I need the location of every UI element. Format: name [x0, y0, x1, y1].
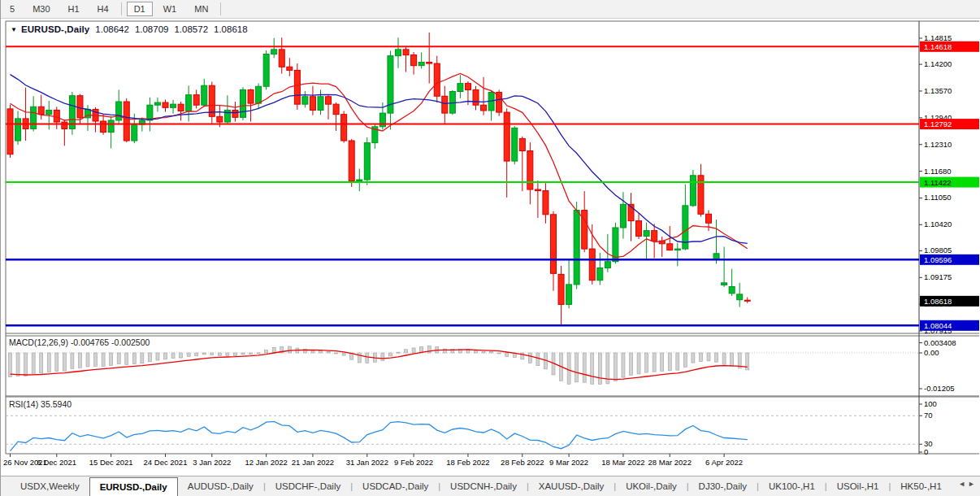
svg-text:1.09805: 1.09805	[924, 246, 952, 255]
symbol-tab-dj30[interactable]: DJ30-,Daily	[689, 476, 757, 496]
svg-text:0.00: 0.00	[924, 348, 939, 357]
svg-text:1.14618: 1.14618	[924, 42, 952, 51]
timeframe-button-h4[interactable]: H4	[90, 2, 116, 16]
level-badge-1.08044: 1.08044	[920, 320, 979, 331]
svg-text:1.14815: 1.14815	[924, 33, 952, 42]
svg-text:1.12310: 1.12310	[924, 140, 952, 149]
symbol-tab-usdcad[interactable]: USDCAD-,Daily	[353, 476, 438, 496]
level-badge-1.14618: 1.14618	[920, 41, 979, 52]
svg-text:18 Feb 2022: 18 Feb 2022	[446, 458, 489, 467]
svg-text:3 Jan 2022: 3 Jan 2022	[193, 458, 231, 467]
svg-text:1.13570: 1.13570	[924, 86, 952, 95]
svg-text:1.09175: 1.09175	[924, 272, 952, 281]
symbol-tab-xauusd[interactable]: XAUUSD-,Daily	[529, 476, 614, 496]
price-chart-canvas[interactable]: 1.148151.142001.135701.129401.123101.116…	[1, 20, 980, 475]
timeframe-button-w1[interactable]: W1	[156, 2, 184, 16]
current-price-badge: 1.08618	[920, 296, 979, 307]
svg-text:1.08044: 1.08044	[924, 321, 952, 330]
toolbar-separator	[121, 2, 122, 15]
chart-workspace[interactable]: ▼ EURUSD-,Daily 1.08642 1.08709 1.08572 …	[1, 20, 980, 475]
level-badge-1.11422: 1.11422	[920, 177, 979, 188]
svg-text:18 Mar 2022: 18 Mar 2022	[601, 458, 644, 467]
chart-symbol-label: EURUSD-,Daily	[21, 24, 89, 34]
symbol-tab-hk50[interactable]: HK50-,H1	[891, 476, 952, 496]
quote-low: 1.08572	[174, 24, 208, 34]
rsi-indicator-label: RSI(14) 35.5940	[9, 399, 72, 409]
macd-indicator-label: MACD(12,26,9) -0.004765 -0.002500	[9, 337, 150, 347]
svg-text:70: 70	[924, 411, 933, 420]
macd-values: -0.004765 -0.002500	[71, 337, 150, 347]
svg-text:1.09596: 1.09596	[924, 255, 952, 264]
svg-text:100: 100	[924, 399, 937, 408]
symbol-tab-eurusd[interactable]: EURUSD-,Daily	[89, 477, 178, 496]
svg-text:0: 0	[924, 447, 928, 456]
svg-text:1.10420: 1.10420	[924, 220, 952, 228]
quote-high: 1.08709	[135, 24, 169, 34]
tab-scroll-left-icon[interactable]: ◄	[958, 480, 968, 488]
symbol-tab-ukoil[interactable]: UKOil-,Daily	[616, 476, 687, 496]
symbol-tab-usoil[interactable]: USOil-,H1	[827, 476, 889, 496]
symbol-tab-usdchf[interactable]: USDCHF-,Daily	[266, 476, 351, 496]
svg-text:1.12792: 1.12792	[924, 120, 952, 128]
svg-text:1.14200: 1.14200	[924, 59, 952, 68]
svg-text:28 Mar 2022: 28 Mar 2022	[648, 458, 692, 467]
svg-text:24 Dec 2021: 24 Dec 2021	[144, 458, 188, 467]
svg-text:0.003408: 0.003408	[924, 338, 956, 347]
symbol-tab-usdcnh[interactable]: USDCNH-,Daily	[440, 476, 527, 496]
symbol-tab-audusd[interactable]: AUDUSD-,Daily	[178, 476, 263, 496]
svg-text:-0.01205: -0.01205	[924, 384, 955, 393]
symbol-tab-uk100[interactable]: UK100-,H1	[759, 476, 825, 496]
svg-text:1.08618: 1.08618	[924, 297, 952, 306]
level-badge-1.12792: 1.12792	[920, 119, 979, 129]
svg-text:9 Feb 2022: 9 Feb 2022	[394, 458, 433, 467]
svg-text:1.11422: 1.11422	[924, 178, 952, 187]
tab-scroll-right-icon[interactable]: ►	[968, 480, 978, 488]
svg-text:15 Dec 2021: 15 Dec 2021	[89, 458, 133, 467]
timeframe-button-5[interactable]: 5	[2, 2, 22, 16]
svg-text:31 Jan 2022: 31 Jan 2022	[346, 458, 388, 467]
symbol-tabbar: USDX,WeeklyEURUSD-,DailyAUDUSD-,Daily|US…	[1, 476, 980, 496]
svg-text:21 Jan 2022: 21 Jan 2022	[292, 458, 334, 467]
svg-text:6 Apr 2022: 6 Apr 2022	[705, 458, 743, 467]
timeframe-button-d1[interactable]: D1	[127, 2, 153, 16]
timeframe-button-m30[interactable]: M30	[25, 2, 57, 16]
timeframe-toolbar: 5M30H1H4D1W1MN	[1, 0, 980, 19]
rsi-value: 35.5940	[41, 399, 72, 409]
toolbar-separator	[220, 2, 221, 15]
svg-text:12 Jan 2022: 12 Jan 2022	[245, 458, 288, 467]
timeframe-button-h1[interactable]: H1	[61, 2, 87, 16]
quote-close: 1.08618	[214, 24, 248, 34]
svg-text:9 Mar 2022: 9 Mar 2022	[549, 458, 588, 467]
svg-text:6 Dec 2021: 6 Dec 2021	[37, 458, 77, 467]
chevron-down-icon[interactable]: ▼	[11, 26, 17, 33]
level-badge-1.09596: 1.09596	[920, 255, 979, 265]
timeframe-button-mn[interactable]: MN	[187, 2, 215, 16]
quote-open: 1.08642	[95, 24, 129, 34]
svg-text:28 Feb 2022: 28 Feb 2022	[501, 458, 544, 467]
svg-text:1.11680: 1.11680	[924, 167, 952, 176]
symbol-tab-usdx[interactable]: USDX,Weekly	[11, 476, 89, 496]
chart-title: ▼ EURUSD-,Daily 1.08642 1.08709 1.08572 …	[11, 24, 248, 34]
svg-text:1.11050: 1.11050	[924, 193, 952, 202]
tab-scroll-arrows[interactable]: ◄►	[958, 480, 978, 488]
trading-platform-window: 5M30H1H4D1W1MN ▼ EURUSD-,Daily 1.08642 1…	[0, 0, 980, 496]
